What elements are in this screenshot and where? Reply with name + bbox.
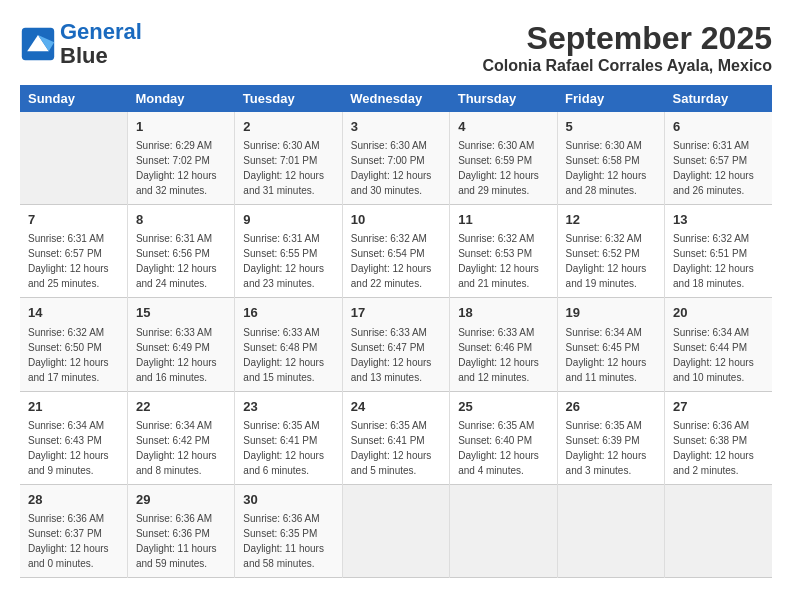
day-info: Sunrise: 6:35 AM Sunset: 6:41 PM Dayligh… <box>351 418 441 478</box>
day-number: 1 <box>136 118 226 136</box>
calendar-table: SundayMondayTuesdayWednesdayThursdayFrid… <box>20 85 772 578</box>
day-number: 17 <box>351 304 441 322</box>
calendar-week-row: 28Sunrise: 6:36 AM Sunset: 6:37 PM Dayli… <box>20 484 772 577</box>
weekday-header-saturday: Saturday <box>665 85 772 112</box>
day-number: 26 <box>566 398 656 416</box>
calendar-cell: 1Sunrise: 6:29 AM Sunset: 7:02 PM Daylig… <box>127 112 234 205</box>
day-info: Sunrise: 6:36 AM Sunset: 6:35 PM Dayligh… <box>243 511 333 571</box>
day-number: 18 <box>458 304 548 322</box>
calendar-cell: 18Sunrise: 6:33 AM Sunset: 6:46 PM Dayli… <box>450 298 557 391</box>
day-number: 12 <box>566 211 656 229</box>
calendar-cell <box>665 484 772 577</box>
day-info: Sunrise: 6:34 AM Sunset: 6:45 PM Dayligh… <box>566 325 656 385</box>
calendar-cell <box>450 484 557 577</box>
logo-icon <box>20 26 56 62</box>
weekday-header-monday: Monday <box>127 85 234 112</box>
day-info: Sunrise: 6:35 AM Sunset: 6:40 PM Dayligh… <box>458 418 548 478</box>
day-info: Sunrise: 6:33 AM Sunset: 6:46 PM Dayligh… <box>458 325 548 385</box>
day-number: 29 <box>136 491 226 509</box>
day-number: 11 <box>458 211 548 229</box>
calendar-cell: 29Sunrise: 6:36 AM Sunset: 6:36 PM Dayli… <box>127 484 234 577</box>
day-info: Sunrise: 6:32 AM Sunset: 6:52 PM Dayligh… <box>566 231 656 291</box>
day-number: 3 <box>351 118 441 136</box>
day-info: Sunrise: 6:33 AM Sunset: 6:48 PM Dayligh… <box>243 325 333 385</box>
calendar-cell: 19Sunrise: 6:34 AM Sunset: 6:45 PM Dayli… <box>557 298 664 391</box>
calendar-cell <box>557 484 664 577</box>
day-info: Sunrise: 6:34 AM Sunset: 6:44 PM Dayligh… <box>673 325 764 385</box>
calendar-cell: 20Sunrise: 6:34 AM Sunset: 6:44 PM Dayli… <box>665 298 772 391</box>
day-number: 22 <box>136 398 226 416</box>
calendar-cell: 2Sunrise: 6:30 AM Sunset: 7:01 PM Daylig… <box>235 112 342 205</box>
day-number: 30 <box>243 491 333 509</box>
calendar-cell: 4Sunrise: 6:30 AM Sunset: 6:59 PM Daylig… <box>450 112 557 205</box>
calendar-week-row: 7Sunrise: 6:31 AM Sunset: 6:57 PM Daylig… <box>20 205 772 298</box>
day-number: 27 <box>673 398 764 416</box>
calendar-cell: 22Sunrise: 6:34 AM Sunset: 6:42 PM Dayli… <box>127 391 234 484</box>
calendar-cell: 7Sunrise: 6:31 AM Sunset: 6:57 PM Daylig… <box>20 205 127 298</box>
logo-line1: General <box>60 19 142 44</box>
calendar-cell: 12Sunrise: 6:32 AM Sunset: 6:52 PM Dayli… <box>557 205 664 298</box>
calendar-cell: 5Sunrise: 6:30 AM Sunset: 6:58 PM Daylig… <box>557 112 664 205</box>
calendar-cell: 16Sunrise: 6:33 AM Sunset: 6:48 PM Dayli… <box>235 298 342 391</box>
location-title: Colonia Rafael Corrales Ayala, Mexico <box>482 57 772 75</box>
calendar-cell: 27Sunrise: 6:36 AM Sunset: 6:38 PM Dayli… <box>665 391 772 484</box>
logo: General Blue <box>20 20 142 68</box>
day-info: Sunrise: 6:31 AM Sunset: 6:57 PM Dayligh… <box>28 231 119 291</box>
day-number: 2 <box>243 118 333 136</box>
day-info: Sunrise: 6:32 AM Sunset: 6:53 PM Dayligh… <box>458 231 548 291</box>
logo-line2: Blue <box>60 43 108 68</box>
day-number: 15 <box>136 304 226 322</box>
calendar-cell: 6Sunrise: 6:31 AM Sunset: 6:57 PM Daylig… <box>665 112 772 205</box>
calendar-week-row: 14Sunrise: 6:32 AM Sunset: 6:50 PM Dayli… <box>20 298 772 391</box>
day-number: 24 <box>351 398 441 416</box>
calendar-cell: 30Sunrise: 6:36 AM Sunset: 6:35 PM Dayli… <box>235 484 342 577</box>
calendar-cell: 10Sunrise: 6:32 AM Sunset: 6:54 PM Dayli… <box>342 205 449 298</box>
calendar-cell: 13Sunrise: 6:32 AM Sunset: 6:51 PM Dayli… <box>665 205 772 298</box>
day-number: 5 <box>566 118 656 136</box>
day-info: Sunrise: 6:30 AM Sunset: 6:58 PM Dayligh… <box>566 138 656 198</box>
day-number: 16 <box>243 304 333 322</box>
day-info: Sunrise: 6:34 AM Sunset: 6:43 PM Dayligh… <box>28 418 119 478</box>
day-info: Sunrise: 6:30 AM Sunset: 6:59 PM Dayligh… <box>458 138 548 198</box>
calendar-cell: 26Sunrise: 6:35 AM Sunset: 6:39 PM Dayli… <box>557 391 664 484</box>
calendar-cell: 28Sunrise: 6:36 AM Sunset: 6:37 PM Dayli… <box>20 484 127 577</box>
calendar-cell <box>342 484 449 577</box>
calendar-week-row: 1Sunrise: 6:29 AM Sunset: 7:02 PM Daylig… <box>20 112 772 205</box>
day-info: Sunrise: 6:32 AM Sunset: 6:50 PM Dayligh… <box>28 325 119 385</box>
calendar-cell: 17Sunrise: 6:33 AM Sunset: 6:47 PM Dayli… <box>342 298 449 391</box>
month-title: September 2025 <box>482 20 772 57</box>
calendar-cell: 9Sunrise: 6:31 AM Sunset: 6:55 PM Daylig… <box>235 205 342 298</box>
day-info: Sunrise: 6:30 AM Sunset: 7:01 PM Dayligh… <box>243 138 333 198</box>
day-info: Sunrise: 6:31 AM Sunset: 6:55 PM Dayligh… <box>243 231 333 291</box>
day-info: Sunrise: 6:35 AM Sunset: 6:39 PM Dayligh… <box>566 418 656 478</box>
day-number: 7 <box>28 211 119 229</box>
day-info: Sunrise: 6:34 AM Sunset: 6:42 PM Dayligh… <box>136 418 226 478</box>
calendar-cell: 23Sunrise: 6:35 AM Sunset: 6:41 PM Dayli… <box>235 391 342 484</box>
calendar-week-row: 21Sunrise: 6:34 AM Sunset: 6:43 PM Dayli… <box>20 391 772 484</box>
day-number: 21 <box>28 398 119 416</box>
weekday-header-wednesday: Wednesday <box>342 85 449 112</box>
calendar-cell: 25Sunrise: 6:35 AM Sunset: 6:40 PM Dayli… <box>450 391 557 484</box>
day-number: 25 <box>458 398 548 416</box>
day-info: Sunrise: 6:31 AM Sunset: 6:57 PM Dayligh… <box>673 138 764 198</box>
calendar-cell: 3Sunrise: 6:30 AM Sunset: 7:00 PM Daylig… <box>342 112 449 205</box>
day-info: Sunrise: 6:36 AM Sunset: 6:36 PM Dayligh… <box>136 511 226 571</box>
day-info: Sunrise: 6:32 AM Sunset: 6:54 PM Dayligh… <box>351 231 441 291</box>
calendar-cell: 11Sunrise: 6:32 AM Sunset: 6:53 PM Dayli… <box>450 205 557 298</box>
calendar-cell: 21Sunrise: 6:34 AM Sunset: 6:43 PM Dayli… <box>20 391 127 484</box>
day-info: Sunrise: 6:33 AM Sunset: 6:49 PM Dayligh… <box>136 325 226 385</box>
day-number: 13 <box>673 211 764 229</box>
weekday-header-tuesday: Tuesday <box>235 85 342 112</box>
calendar-cell: 8Sunrise: 6:31 AM Sunset: 6:56 PM Daylig… <box>127 205 234 298</box>
logo-text: General Blue <box>60 20 142 68</box>
day-info: Sunrise: 6:32 AM Sunset: 6:51 PM Dayligh… <box>673 231 764 291</box>
day-info: Sunrise: 6:36 AM Sunset: 6:37 PM Dayligh… <box>28 511 119 571</box>
calendar-cell: 24Sunrise: 6:35 AM Sunset: 6:41 PM Dayli… <box>342 391 449 484</box>
day-info: Sunrise: 6:30 AM Sunset: 7:00 PM Dayligh… <box>351 138 441 198</box>
weekday-header-row: SundayMondayTuesdayWednesdayThursdayFrid… <box>20 85 772 112</box>
calendar-cell: 14Sunrise: 6:32 AM Sunset: 6:50 PM Dayli… <box>20 298 127 391</box>
day-number: 10 <box>351 211 441 229</box>
day-number: 20 <box>673 304 764 322</box>
day-number: 23 <box>243 398 333 416</box>
day-info: Sunrise: 6:29 AM Sunset: 7:02 PM Dayligh… <box>136 138 226 198</box>
